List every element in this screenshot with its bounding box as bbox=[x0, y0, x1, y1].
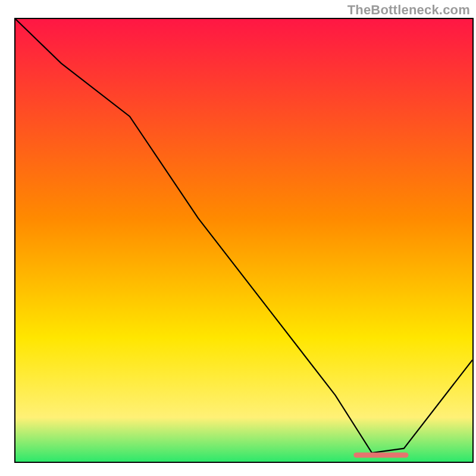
chart-frame: TheBottleneck.com bbox=[0, 0, 476, 476]
plot-area bbox=[14, 18, 474, 463]
watermark-text: TheBottleneck.com bbox=[347, 2, 470, 18]
optimal-range-marker bbox=[353, 452, 408, 458]
gradient-background bbox=[15, 19, 472, 462]
chart-svg bbox=[15, 19, 472, 462]
